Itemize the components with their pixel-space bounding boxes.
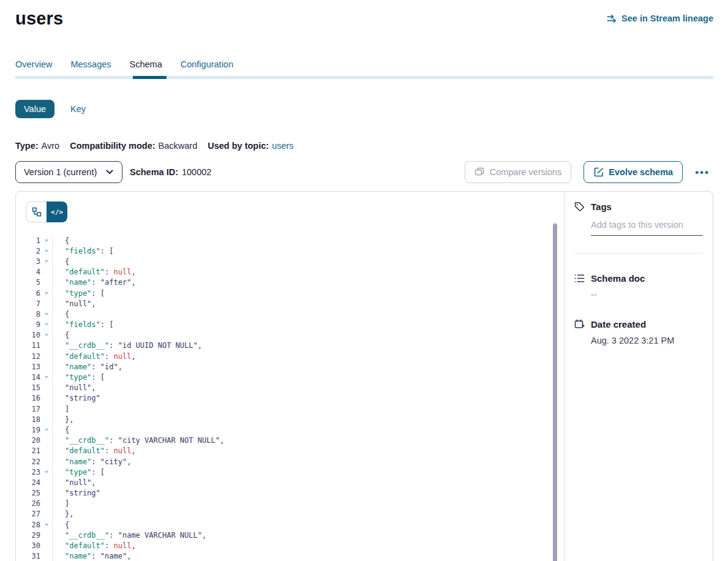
code-line: 21 "default": null, (26, 446, 564, 456)
fold-spacer (40, 456, 52, 467)
schema-sidebar: Tags Schema doc (564, 192, 713, 561)
line-number: 21 (26, 446, 40, 455)
code-text: { (52, 235, 564, 246)
code-text: "type": [ (52, 467, 564, 477)
fold-spacer (40, 267, 52, 277)
fold-spacer (40, 277, 52, 288)
type-value: Avro (42, 141, 60, 151)
schema-panel: </> 1{2 "fields": [3 {4 "default": null,… (15, 191, 713, 561)
list-icon (574, 273, 585, 284)
editor-scrollbar-thumb[interactable] (553, 224, 557, 561)
date-created-value: Aug. 3 2022 3:21 PM (591, 336, 703, 345)
line-number: 13 (26, 363, 40, 371)
fold-spacer (40, 393, 52, 404)
code-line: 8 { (26, 309, 564, 319)
fold-toggle-icon[interactable] (40, 256, 52, 266)
add-tags-input[interactable] (591, 220, 703, 236)
editor-scrollbar[interactable] (553, 222, 557, 561)
code-line: 29 "__crdb__": "name VARCHAR NULL", (26, 530, 564, 540)
code-line: 30 "default": null, (26, 540, 564, 551)
calendar-add-icon (574, 319, 585, 329)
code-line: 18 }, (26, 414, 564, 424)
schema-meta-row: Type: Avro Compatibility mode: Backward … (15, 141, 713, 151)
date-created-heading: Date created (591, 319, 646, 329)
fold-toggle-icon[interactable] (40, 288, 52, 298)
topic-link[interactable]: users (272, 141, 293, 151)
fold-toggle-icon[interactable] (40, 246, 52, 256)
value-key-toggle: Value Key (15, 100, 713, 118)
code-text: { (52, 519, 564, 530)
line-number: 8 (26, 310, 40, 318)
tab-bar: Overview Messages Schema Configuration (15, 59, 713, 69)
fold-toggle-icon[interactable] (40, 372, 52, 382)
version-select-value: Version 1 (current) (24, 167, 97, 177)
see-in-stream-lineage-link[interactable]: See in Stream lineage (607, 13, 713, 24)
tab-configuration[interactable]: Configuration (181, 59, 233, 69)
schema-id: Schema ID: 100002 (130, 167, 211, 177)
code-text: "name": "name", (52, 551, 564, 561)
compatibility-mode: Compatibility mode: Backward (70, 141, 197, 151)
code-text: "type": [ (52, 372, 564, 382)
fold-toggle-icon[interactable] (40, 330, 52, 341)
schema-controls-row: Version 1 (current) Schema ID: 100002 Co… (15, 161, 713, 183)
code-line: 4 "default": null, (26, 267, 564, 277)
code-text: "type": [ (52, 288, 564, 298)
fold-spacer (40, 298, 52, 309)
fold-spacer (40, 351, 52, 361)
sidebar-divider (574, 253, 703, 254)
more-actions-button[interactable]: ••• (691, 167, 713, 178)
line-number: 9 (26, 320, 40, 329)
code-text: }, (52, 414, 564, 424)
stream-lineage-icon (607, 13, 617, 24)
fold-spacer (40, 414, 52, 424)
code-view-button[interactable]: </> (47, 201, 67, 222)
value-toggle-button[interactable]: Value (15, 100, 54, 118)
code-line: 25 "string" (26, 488, 564, 499)
line-number: 16 (26, 394, 40, 402)
code-text: "__crdb__": "city VARCHAR NOT NULL", (52, 435, 564, 446)
code-line: 11 "__crdb__": "id UUID NOT NULL", (26, 341, 564, 351)
fold-toggle-icon[interactable] (40, 467, 52, 477)
tab-overview[interactable]: Overview (15, 59, 52, 69)
code-line: 24 "null", (26, 477, 564, 488)
code-text: "name": "after", (52, 277, 564, 288)
evolve-schema-label: Evolve schema (609, 167, 673, 177)
fold-toggle-icon[interactable] (40, 309, 52, 319)
tree-view-icon (31, 207, 42, 217)
fold-spacer (40, 540, 52, 551)
code-text: "string" (52, 393, 564, 404)
fold-toggle-icon[interactable] (40, 235, 52, 246)
tree-view-button[interactable] (26, 201, 47, 222)
code-text: "null", (52, 477, 564, 488)
lineage-link-label: See in Stream lineage (621, 13, 713, 23)
compare-versions-button[interactable]: Compare versions (465, 161, 572, 183)
fold-toggle-icon[interactable] (40, 320, 52, 330)
code-text: "null", (52, 383, 564, 393)
code-line: 5 "name": "after", (26, 277, 564, 288)
code-text: "name": "id", (52, 361, 564, 372)
key-toggle-button[interactable]: Key (70, 104, 86, 114)
code-line: 19 { (26, 424, 564, 435)
evolve-schema-button[interactable]: Evolve schema (584, 161, 683, 183)
line-number: 18 (26, 415, 40, 424)
code-text: { (52, 330, 564, 341)
code-line: 15 "null", (26, 383, 564, 393)
schema-id-value: 100002 (182, 167, 211, 177)
version-select[interactable]: Version 1 (current) (15, 161, 122, 183)
fold-toggle-icon[interactable] (40, 519, 52, 530)
compare-versions-label: Compare versions (490, 167, 562, 177)
fold-spacer (40, 509, 52, 519)
code-line: 7 "null", (26, 298, 564, 309)
tags-heading: Tags (591, 201, 612, 212)
fold-spacer (40, 488, 52, 499)
fold-spacer (40, 551, 52, 561)
code-text: "null", (52, 298, 564, 309)
schema-type: Type: Avro (15, 141, 59, 151)
tab-schema[interactable]: Schema (130, 59, 162, 69)
line-number: 12 (26, 352, 40, 361)
fold-toggle-icon[interactable] (40, 424, 52, 435)
line-number: 22 (26, 457, 40, 466)
line-number: 10 (26, 331, 40, 339)
tab-messages[interactable]: Messages (70, 59, 111, 69)
fold-spacer (40, 341, 52, 351)
